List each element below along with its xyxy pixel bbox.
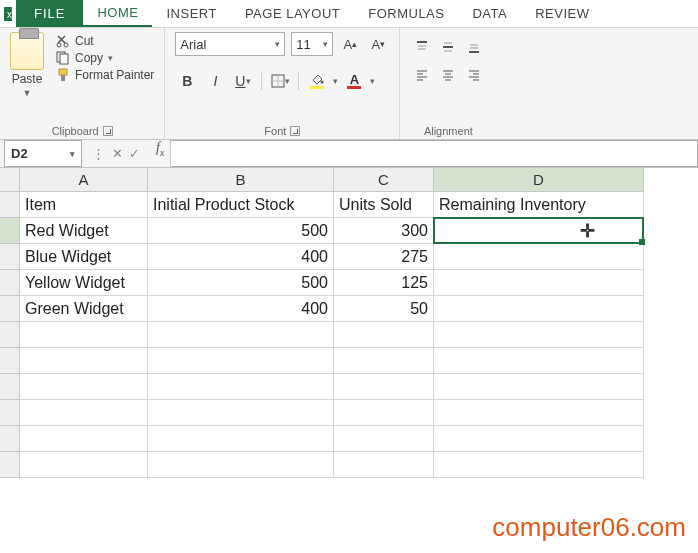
cell[interactable] <box>148 348 334 374</box>
cell[interactable]: 125 <box>334 270 434 296</box>
cell[interactable]: Item <box>20 192 148 218</box>
cell[interactable] <box>148 322 334 348</box>
font-name-combo[interactable]: Arial ▾ <box>175 32 285 56</box>
font-size-combo[interactable]: 11 ▾ <box>291 32 333 56</box>
align-right-button[interactable] <box>462 64 486 86</box>
cell[interactable] <box>434 400 644 426</box>
cell[interactable] <box>148 374 334 400</box>
cell[interactable] <box>434 270 644 296</box>
tab-formulas[interactable]: FORMULAS <box>354 0 458 27</box>
col-header-c[interactable]: C <box>334 168 434 192</box>
cell[interactable] <box>434 348 644 374</box>
tab-insert[interactable]: INSERT <box>152 0 230 27</box>
cell[interactable] <box>20 348 148 374</box>
tab-home[interactable]: HOME <box>83 0 152 27</box>
decrease-font-button[interactable]: A▾ <box>367 33 389 55</box>
row-header[interactable] <box>0 192 20 218</box>
cell[interactable]: 50 <box>334 296 434 322</box>
cell[interactable] <box>434 426 644 452</box>
font-dialog-launcher[interactable] <box>290 126 300 136</box>
cell[interactable] <box>434 296 644 322</box>
cell[interactable]: Yellow Widget <box>20 270 148 296</box>
row-header[interactable] <box>0 296 20 322</box>
cell[interactable] <box>334 348 434 374</box>
row-header[interactable] <box>0 374 20 400</box>
cell[interactable] <box>334 374 434 400</box>
cell[interactable] <box>148 426 334 452</box>
cell[interactable] <box>334 452 434 478</box>
cell[interactable]: Blue Widget <box>20 244 148 270</box>
cell[interactable] <box>20 426 148 452</box>
format-painter-button[interactable]: Format Painter <box>56 68 154 82</box>
cell[interactable] <box>434 244 644 270</box>
increase-font-button[interactable]: A▴ <box>339 33 361 55</box>
cell[interactable]: 300 <box>334 218 434 244</box>
worksheet-grid[interactable]: A B C D Item Initial Product Stock Units… <box>0 168 698 528</box>
row-header[interactable] <box>0 322 20 348</box>
paste-button[interactable]: Paste ▼ <box>10 32 48 122</box>
cell[interactable]: Units Sold <box>334 192 434 218</box>
cell[interactable] <box>148 400 334 426</box>
paste-label: Paste <box>12 72 43 86</box>
cell[interactable] <box>334 426 434 452</box>
cell[interactable]: 400 <box>148 296 334 322</box>
cell[interactable] <box>20 322 148 348</box>
row-header[interactable] <box>0 452 20 478</box>
tab-page-layout[interactable]: PAGE LAYOUT <box>231 0 354 27</box>
col-header-a[interactable]: A <box>20 168 148 192</box>
cancel-icon[interactable]: ✕ <box>112 146 123 161</box>
cell[interactable]: 500 <box>148 270 334 296</box>
chevron-down-icon[interactable]: ▾ <box>370 76 375 86</box>
row-header[interactable] <box>0 400 20 426</box>
chevron-down-icon: ▾ <box>323 39 328 49</box>
col-header-b[interactable]: B <box>148 168 334 192</box>
align-middle-button[interactable] <box>436 36 460 58</box>
chevron-down-icon[interactable]: ▾ <box>333 76 338 86</box>
fx-icon[interactable]: fx <box>150 140 171 167</box>
copy-button[interactable]: Copy ▾ <box>56 51 154 65</box>
tab-review[interactable]: REVIEW <box>521 0 603 27</box>
cell[interactable] <box>334 400 434 426</box>
cell[interactable]: Green Widget <box>20 296 148 322</box>
row-header[interactable] <box>0 426 20 452</box>
row-header[interactable] <box>0 270 20 296</box>
enter-icon[interactable]: ✓ <box>129 146 140 161</box>
tab-file[interactable]: FILE <box>16 0 83 27</box>
font-color-button[interactable]: A <box>342 70 366 92</box>
tab-data[interactable]: DATA <box>458 0 521 27</box>
underline-button[interactable]: U▾ <box>231 70 255 92</box>
name-box[interactable]: D2 ▾ <box>4 140 82 167</box>
borders-button[interactable]: ▾ <box>268 70 292 92</box>
cell[interactable]: Red Widget <box>20 218 148 244</box>
cell-d2[interactable] <box>434 218 644 244</box>
cell[interactable] <box>434 452 644 478</box>
italic-button[interactable]: I <box>203 70 227 92</box>
cell[interactable] <box>434 374 644 400</box>
cell[interactable]: Remaining Inventory <box>434 192 644 218</box>
handle-icon[interactable]: ⋮ <box>92 146 106 161</box>
select-all-corner[interactable] <box>0 168 20 192</box>
formula-input[interactable] <box>171 140 698 167</box>
cell[interactable] <box>20 374 148 400</box>
cell[interactable] <box>20 400 148 426</box>
align-center-button[interactable] <box>436 64 460 86</box>
align-top-button[interactable] <box>410 36 434 58</box>
clipboard-dialog-launcher[interactable] <box>103 126 113 136</box>
cell[interactable]: 400 <box>148 244 334 270</box>
cell[interactable]: 275 <box>334 244 434 270</box>
cut-button[interactable]: Cut <box>56 34 154 48</box>
cell[interactable]: 500 <box>148 218 334 244</box>
fill-color-button[interactable] <box>305 70 329 92</box>
cell[interactable] <box>148 452 334 478</box>
cell[interactable] <box>20 452 148 478</box>
row-header[interactable] <box>0 348 20 374</box>
cell[interactable]: Initial Product Stock <box>148 192 334 218</box>
align-left-button[interactable] <box>410 64 434 86</box>
col-header-d[interactable]: D <box>434 168 644 192</box>
align-bottom-button[interactable] <box>462 36 486 58</box>
cell[interactable] <box>434 322 644 348</box>
cell[interactable] <box>334 322 434 348</box>
row-header[interactable] <box>0 218 20 244</box>
row-header[interactable] <box>0 244 20 270</box>
bold-button[interactable]: B <box>175 70 199 92</box>
